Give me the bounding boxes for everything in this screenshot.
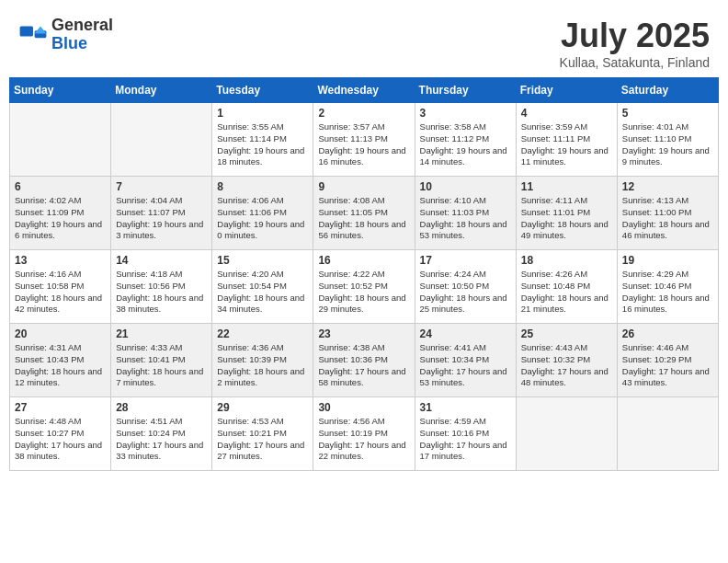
logo: General Blue bbox=[18, 17, 113, 53]
day-info: Sunrise: 4:24 AM Sunset: 10:50 PM Daylig… bbox=[420, 269, 511, 316]
day-number: 19 bbox=[622, 254, 713, 267]
calendar-cell: 10Sunrise: 4:10 AM Sunset: 11:03 PM Dayl… bbox=[415, 177, 516, 250]
day-number: 26 bbox=[622, 327, 713, 340]
svg-rect-0 bbox=[20, 26, 33, 36]
calendar-cell bbox=[516, 397, 617, 471]
calendar-cell: 11Sunrise: 4:11 AM Sunset: 11:01 PM Dayl… bbox=[516, 177, 617, 250]
calendar-cell: 12Sunrise: 4:13 AM Sunset: 11:00 PM Dayl… bbox=[617, 177, 718, 250]
day-number: 16 bbox=[318, 254, 409, 267]
day-number: 14 bbox=[116, 254, 207, 267]
header: General Blue July 2025 Kullaa, Satakunta… bbox=[9, 9, 719, 74]
day-of-week-header: Sunday bbox=[10, 78, 111, 103]
day-info: Sunrise: 4:48 AM Sunset: 10:27 PM Daylig… bbox=[15, 416, 106, 463]
calendar-cell: 18Sunrise: 4:26 AM Sunset: 10:48 PM Dayl… bbox=[516, 250, 617, 324]
day-number: 17 bbox=[420, 254, 511, 267]
day-number: 11 bbox=[521, 180, 612, 193]
calendar-week-row: 20Sunrise: 4:31 AM Sunset: 10:43 PM Dayl… bbox=[10, 324, 719, 397]
calendar-cell: 30Sunrise: 4:56 AM Sunset: 10:19 PM Dayl… bbox=[313, 397, 415, 471]
day-of-week-header: Saturday bbox=[617, 78, 718, 103]
day-number: 8 bbox=[217, 180, 308, 193]
day-number: 21 bbox=[116, 327, 207, 340]
day-info: Sunrise: 4:29 AM Sunset: 10:46 PM Daylig… bbox=[622, 269, 713, 316]
logo-general: General bbox=[51, 17, 113, 35]
calendar-cell: 6Sunrise: 4:02 AM Sunset: 11:09 PM Dayli… bbox=[10, 177, 111, 250]
day-info: Sunrise: 4:43 AM Sunset: 10:32 PM Daylig… bbox=[521, 342, 612, 389]
calendar-cell: 26Sunrise: 4:46 AM Sunset: 10:29 PM Dayl… bbox=[617, 324, 718, 397]
logo-icon bbox=[18, 20, 48, 50]
calendar-cell: 24Sunrise: 4:41 AM Sunset: 10:34 PM Dayl… bbox=[415, 324, 516, 397]
day-number: 31 bbox=[420, 401, 511, 414]
day-info: Sunrise: 4:41 AM Sunset: 10:34 PM Daylig… bbox=[420, 342, 511, 389]
day-number: 18 bbox=[521, 254, 612, 267]
day-number: 23 bbox=[318, 327, 409, 340]
day-info: Sunrise: 4:51 AM Sunset: 10:24 PM Daylig… bbox=[116, 416, 207, 463]
day-info: Sunrise: 4:10 AM Sunset: 11:03 PM Daylig… bbox=[420, 195, 511, 242]
day-of-week-header: Wednesday bbox=[313, 78, 415, 103]
calendar-cell: 2Sunrise: 3:57 AM Sunset: 11:13 PM Dayli… bbox=[313, 103, 415, 177]
calendar-week-row: 6Sunrise: 4:02 AM Sunset: 11:09 PM Dayli… bbox=[10, 177, 719, 250]
day-of-week-header: Friday bbox=[516, 78, 617, 103]
calendar-cell: 29Sunrise: 4:53 AM Sunset: 10:21 PM Dayl… bbox=[212, 397, 313, 471]
day-number: 20 bbox=[15, 327, 106, 340]
day-info: Sunrise: 4:38 AM Sunset: 10:36 PM Daylig… bbox=[318, 342, 409, 389]
day-info: Sunrise: 4:02 AM Sunset: 11:09 PM Daylig… bbox=[15, 195, 106, 242]
day-info: Sunrise: 4:46 AM Sunset: 10:29 PM Daylig… bbox=[622, 342, 713, 389]
day-number: 6 bbox=[15, 180, 106, 193]
calendar-cell: 1Sunrise: 3:55 AM Sunset: 11:14 PM Dayli… bbox=[212, 103, 313, 177]
calendar-cell: 13Sunrise: 4:16 AM Sunset: 10:58 PM Dayl… bbox=[10, 250, 111, 324]
day-info: Sunrise: 4:08 AM Sunset: 11:05 PM Daylig… bbox=[318, 195, 409, 242]
calendar-cell: 25Sunrise: 4:43 AM Sunset: 10:32 PM Dayl… bbox=[516, 324, 617, 397]
calendar: SundayMondayTuesdayWednesdayThursdayFrid… bbox=[9, 77, 719, 471]
day-number: 29 bbox=[217, 401, 308, 414]
logo-text: General Blue bbox=[51, 17, 113, 53]
day-info: Sunrise: 4:20 AM Sunset: 10:54 PM Daylig… bbox=[217, 269, 308, 316]
day-info: Sunrise: 3:55 AM Sunset: 11:14 PM Daylig… bbox=[217, 121, 308, 168]
day-info: Sunrise: 4:01 AM Sunset: 11:10 PM Daylig… bbox=[622, 121, 713, 168]
title-area: July 2025 Kullaa, Satakunta, Finland bbox=[560, 17, 710, 70]
day-info: Sunrise: 3:58 AM Sunset: 11:12 PM Daylig… bbox=[420, 121, 511, 168]
calendar-cell: 31Sunrise: 4:59 AM Sunset: 10:16 PM Dayl… bbox=[415, 397, 516, 471]
day-info: Sunrise: 4:33 AM Sunset: 10:41 PM Daylig… bbox=[116, 342, 207, 389]
day-info: Sunrise: 4:11 AM Sunset: 11:01 PM Daylig… bbox=[521, 195, 612, 242]
calendar-cell: 9Sunrise: 4:08 AM Sunset: 11:05 PM Dayli… bbox=[313, 177, 415, 250]
calendar-cell: 8Sunrise: 4:06 AM Sunset: 11:06 PM Dayli… bbox=[212, 177, 313, 250]
day-number: 25 bbox=[521, 327, 612, 340]
calendar-cell: 19Sunrise: 4:29 AM Sunset: 10:46 PM Dayl… bbox=[617, 250, 718, 324]
day-info: Sunrise: 4:06 AM Sunset: 11:06 PM Daylig… bbox=[217, 195, 308, 242]
day-info: Sunrise: 4:53 AM Sunset: 10:21 PM Daylig… bbox=[217, 416, 308, 463]
calendar-cell: 3Sunrise: 3:58 AM Sunset: 11:12 PM Dayli… bbox=[415, 103, 516, 177]
calendar-cell: 14Sunrise: 4:18 AM Sunset: 10:56 PM Dayl… bbox=[111, 250, 212, 324]
calendar-cell: 7Sunrise: 4:04 AM Sunset: 11:07 PM Dayli… bbox=[111, 177, 212, 250]
day-number: 28 bbox=[116, 401, 207, 414]
calendar-week-row: 27Sunrise: 4:48 AM Sunset: 10:27 PM Dayl… bbox=[10, 397, 719, 471]
calendar-cell bbox=[111, 103, 212, 177]
day-info: Sunrise: 4:36 AM Sunset: 10:39 PM Daylig… bbox=[217, 342, 308, 389]
location: Kullaa, Satakunta, Finland bbox=[560, 55, 710, 70]
day-number: 1 bbox=[217, 107, 308, 120]
day-number: 2 bbox=[318, 107, 409, 120]
calendar-cell: 16Sunrise: 4:22 AM Sunset: 10:52 PM Dayl… bbox=[313, 250, 415, 324]
calendar-cell: 15Sunrise: 4:20 AM Sunset: 10:54 PM Dayl… bbox=[212, 250, 313, 324]
day-number: 9 bbox=[318, 180, 409, 193]
calendar-cell: 20Sunrise: 4:31 AM Sunset: 10:43 PM Dayl… bbox=[10, 324, 111, 397]
logo-blue: Blue bbox=[51, 35, 113, 53]
day-info: Sunrise: 4:04 AM Sunset: 11:07 PM Daylig… bbox=[116, 195, 207, 242]
day-number: 30 bbox=[318, 401, 409, 414]
day-of-week-header: Thursday bbox=[415, 78, 516, 103]
calendar-cell: 4Sunrise: 3:59 AM Sunset: 11:11 PM Dayli… bbox=[516, 103, 617, 177]
svg-marker-2 bbox=[35, 26, 47, 33]
calendar-header-row: SundayMondayTuesdayWednesdayThursdayFrid… bbox=[10, 78, 719, 103]
calendar-cell: 5Sunrise: 4:01 AM Sunset: 11:10 PM Dayli… bbox=[617, 103, 718, 177]
calendar-cell bbox=[617, 397, 718, 471]
day-number: 12 bbox=[622, 180, 713, 193]
calendar-cell: 23Sunrise: 4:38 AM Sunset: 10:36 PM Dayl… bbox=[313, 324, 415, 397]
calendar-week-row: 1Sunrise: 3:55 AM Sunset: 11:14 PM Dayli… bbox=[10, 103, 719, 177]
calendar-body: 1Sunrise: 3:55 AM Sunset: 11:14 PM Dayli… bbox=[10, 103, 719, 471]
calendar-cell: 22Sunrise: 4:36 AM Sunset: 10:39 PM Dayl… bbox=[212, 324, 313, 397]
calendar-week-row: 13Sunrise: 4:16 AM Sunset: 10:58 PM Dayl… bbox=[10, 250, 719, 324]
day-of-week-header: Monday bbox=[111, 78, 212, 103]
day-info: Sunrise: 4:31 AM Sunset: 10:43 PM Daylig… bbox=[15, 342, 106, 389]
day-info: Sunrise: 4:26 AM Sunset: 10:48 PM Daylig… bbox=[521, 269, 612, 316]
day-number: 13 bbox=[15, 254, 106, 267]
calendar-cell bbox=[10, 103, 111, 177]
